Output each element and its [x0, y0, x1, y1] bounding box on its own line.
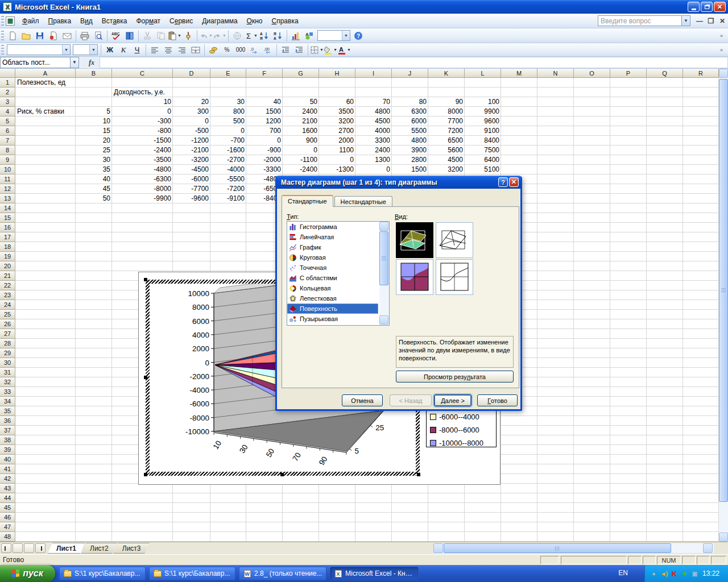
chart-type-item[interactable]: Кольцевая	[287, 283, 378, 293]
grid-cell-E8[interactable]: -1600	[210, 146, 246, 155]
row-header-17[interactable]: 17	[0, 232, 15, 242]
fill-color-button[interactable]: ▼	[324, 44, 337, 56]
autosum-button[interactable]: Σ▼	[244, 30, 258, 42]
cancel-button[interactable]: Отмена	[342, 394, 383, 406]
grid-cell-C8[interactable]: -2400	[112, 146, 173, 155]
toolbar-drag-handle[interactable]	[1, 16, 4, 26]
chart-type-item[interactable]: Пузырьковая	[287, 314, 378, 324]
column-header-G[interactable]: G	[283, 69, 319, 78]
grid-cell-F3[interactable]: 40	[246, 97, 283, 107]
new-document-button[interactable]	[6, 30, 19, 42]
grid-cell-H7[interactable]: 2000	[319, 136, 355, 146]
grid-cell-E12[interactable]: -7200	[210, 184, 246, 194]
subtype-wireframe-3d-tile[interactable]	[436, 222, 473, 258]
grid-cell-I4[interactable]: 4800	[355, 107, 392, 117]
row-header-46[interactable]: 46	[0, 513, 15, 522]
scroll-up-icon[interactable]	[719, 69, 728, 78]
back-button[interactable]: < Назад	[390, 394, 432, 406]
help-button[interactable]: ?	[351, 30, 365, 42]
grid-cell-F8[interactable]: -900	[246, 146, 283, 155]
row-header-10[interactable]: 10	[0, 165, 15, 174]
row-header-25[interactable]: 25	[0, 310, 15, 319]
grid-cell-D3[interactable]: 20	[173, 97, 210, 107]
row-header-45[interactable]: 45	[0, 503, 15, 513]
row-header-4[interactable]: 4	[0, 107, 15, 117]
sort-descending-button[interactable]: ЯА	[271, 30, 285, 42]
grid-cell-H6[interactable]: 2700	[319, 126, 355, 136]
grid-cell-L5[interactable]: 9600	[465, 117, 501, 126]
name-box[interactable]: Область пост...	[0, 57, 71, 68]
finish-button[interactable]: Готово	[477, 394, 518, 406]
align-left-button[interactable]	[148, 44, 162, 56]
grid-cell-B11[interactable]: 40	[76, 174, 112, 184]
row-header-28[interactable]: 28	[0, 339, 15, 348]
row-header-20[interactable]: 20	[0, 261, 15, 271]
grid-cell-E9[interactable]: -2700	[210, 155, 246, 165]
grid-cell-D8[interactable]: -2100	[173, 146, 210, 155]
comma-button[interactable]: 000	[234, 44, 247, 56]
grid-cell-I3[interactable]: 70	[355, 97, 392, 107]
column-header-B[interactable]: B	[76, 69, 112, 78]
row-header-5[interactable]: 5	[0, 117, 15, 126]
row-header-36[interactable]: 36	[0, 416, 15, 426]
column-header-J[interactable]: J	[392, 69, 428, 78]
doc-close-button[interactable]: ✕	[718, 16, 727, 25]
scroll-right-icon[interactable]	[703, 543, 713, 553]
row-header-18[interactable]: 18	[0, 242, 15, 252]
column-header-P[interactable]: P	[610, 69, 647, 78]
last-sheet-icon[interactable]	[35, 543, 46, 553]
scroll-down-icon[interactable]	[719, 533, 728, 542]
chart-type-item[interactable]: Лепестковая	[287, 293, 378, 304]
grid-cell-J7[interactable]: 4800	[392, 136, 428, 146]
grid-cell-D12[interactable]: -7700	[173, 184, 210, 194]
column-header-D[interactable]: D	[173, 69, 210, 78]
row-header-47[interactable]: 47	[0, 522, 15, 532]
column-header-N[interactable]: N	[537, 69, 574, 78]
subtype-surface-3d-tile[interactable]	[396, 222, 433, 258]
redo-button[interactable]: ▼	[213, 30, 226, 42]
grid-cell-C11[interactable]: -6300	[112, 174, 173, 184]
menu-формат[interactable]: Формат	[131, 15, 165, 27]
row-header-9[interactable]: 9	[0, 155, 15, 165]
row-header-34[interactable]: 34	[0, 397, 15, 406]
row-header-29[interactable]: 29	[0, 348, 15, 358]
grid-cell-K9[interactable]: 4500	[428, 155, 465, 165]
insert-function-button[interactable]: fx	[84, 57, 100, 68]
grid-cell-G3[interactable]: 50	[283, 97, 319, 107]
row-header-7[interactable]: 7	[0, 136, 15, 146]
horizontal-scroll-thumb[interactable]	[444, 543, 671, 553]
horizontal-scrollbar[interactable]	[433, 543, 714, 553]
grid-cell-J9[interactable]: 2800	[392, 155, 428, 165]
row-header-48[interactable]: 48	[0, 532, 15, 542]
underline-button[interactable]: Ч	[130, 44, 144, 56]
grid-cell-G7[interactable]: 900	[283, 136, 319, 146]
menu-окно[interactable]: Окно	[242, 15, 267, 27]
chart-type-item[interactable]: С областями	[287, 273, 378, 283]
toolbar-options-icon[interactable]: »	[720, 33, 727, 39]
column-header-K[interactable]: K	[428, 69, 465, 78]
dialog-help-icon[interactable]: ?	[498, 177, 508, 187]
grid-cell-C9[interactable]: -3500	[112, 155, 173, 165]
menu-файл[interactable]: Файл	[18, 15, 44, 27]
grid-cell-A1[interactable]: Полезность, ед	[15, 78, 129, 88]
row-header-26[interactable]: 26	[0, 319, 15, 329]
grid-cell-G9[interactable]: -1100	[283, 155, 319, 165]
row-header-16[interactable]: 16	[0, 223, 15, 232]
row-header-33[interactable]: 33	[0, 387, 15, 397]
grid-cell-C6[interactable]: -800	[112, 126, 173, 136]
grid-cell-C13[interactable]: -9900	[112, 194, 173, 203]
copy-button[interactable]	[154, 30, 168, 42]
grid-cell-H8[interactable]: 1100	[319, 146, 355, 155]
row-header-21[interactable]: 21	[0, 271, 15, 281]
volume-muted-icon[interactable]: ●	[650, 569, 658, 578]
grid-cell-D7[interactable]: -1200	[173, 136, 210, 146]
agent-status-icon[interactable]: ✚	[680, 569, 689, 578]
grid-cell-L9[interactable]: 6400	[465, 155, 501, 165]
grid-cell-B5[interactable]: 10	[76, 117, 112, 126]
minimize-button[interactable]	[688, 2, 700, 12]
row-header-31[interactable]: 31	[0, 368, 15, 377]
grid-cell-G6[interactable]: 1600	[283, 126, 319, 136]
grid-cell-K10[interactable]: 3200	[428, 165, 465, 174]
merge-center-button[interactable]: a	[189, 44, 202, 56]
cut-button[interactable]	[140, 30, 154, 42]
